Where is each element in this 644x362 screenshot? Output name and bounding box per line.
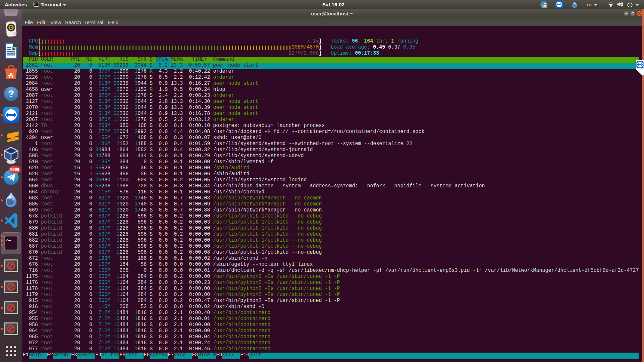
svg-text:?: ? [8, 88, 14, 99]
svg-text:>: > [6, 238, 8, 242]
